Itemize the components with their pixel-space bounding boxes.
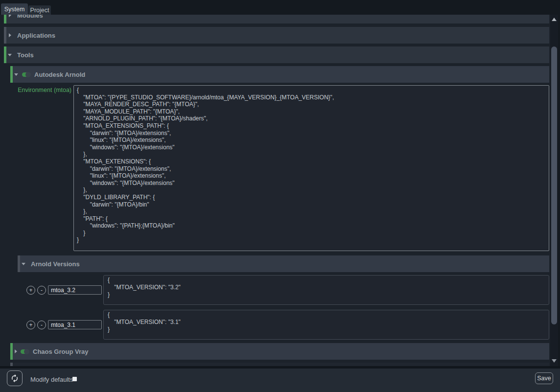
chevron-down-icon	[14, 73, 18, 76]
default-indicator-bar	[18, 255, 20, 272]
settings-window: System Project Modules Applications Tool…	[0, 0, 560, 392]
remove-version-button[interactable]: -	[37, 286, 46, 295]
default-indicator-bar	[4, 27, 6, 44]
tab-bar: System Project	[0, 0, 560, 15]
section-label: Tools	[17, 51, 34, 59]
enabled-toggle[interactable]	[21, 349, 29, 354]
modify-defaults-label: Modify defaults	[30, 376, 73, 383]
modified-indicator-bar	[4, 15, 6, 23]
section-label: Modules	[17, 15, 43, 19]
save-button[interactable]: Save	[535, 372, 553, 384]
version-name-input[interactable]	[48, 285, 102, 295]
section-header-applications[interactable]: Applications	[4, 27, 549, 44]
group-label: Arnold Versions	[31, 260, 80, 268]
refresh-icon	[10, 374, 19, 383]
modified-indicator-bar	[4, 46, 6, 63]
scroll-up-arrow-icon[interactable]	[552, 18, 557, 21]
modified-indicator-bar	[10, 66, 13, 83]
version-json-editor[interactable]: { "MTOA_VERSION": "3.2" }	[103, 275, 549, 305]
section-header-tools[interactable]: Tools	[4, 46, 549, 63]
section-header-modules[interactable]: Modules	[4, 15, 549, 23]
modify-defaults-checkbox[interactable]	[72, 377, 77, 381]
chevron-right-icon	[9, 15, 11, 17]
version-name-input[interactable]	[48, 320, 102, 329]
chevron-down-icon	[22, 263, 25, 265]
group-header-autodesk-arnold[interactable]: Autodesk Arnold	[10, 66, 549, 83]
toggle-knob	[25, 72, 31, 77]
environment-mtoa-label: Environment (mtoa)	[4, 87, 71, 93]
group-label: Autodesk Arnold	[34, 71, 85, 78]
chevron-down-icon	[8, 54, 12, 56]
version-json-editor[interactable]: { "MTOA_VERSION": "3.1" }	[103, 310, 549, 340]
group-header-chaos-group-vray[interactable]: Chaos Group Vray	[10, 343, 549, 360]
tab-system[interactable]: System	[1, 3, 28, 15]
refresh-button[interactable]	[7, 370, 23, 386]
remove-version-button[interactable]: -	[37, 321, 46, 329]
group-header-arnold-versions[interactable]: Arnold Versions	[18, 255, 549, 272]
default-indicator-bar	[10, 363, 13, 366]
environment-mtoa-json-editor[interactable]: { "MTOA": "{PYPE_STUDIO_SOFTWARE}/arnold…	[73, 85, 549, 251]
scroll-down-arrow-icon[interactable]	[552, 359, 557, 363]
section-label: Applications	[17, 32, 55, 39]
toggle-knob	[24, 349, 29, 354]
tab-project[interactable]: Project	[28, 5, 51, 15]
chevron-right-icon	[15, 349, 17, 353]
footer-bar: Modify defaults Save	[0, 369, 560, 392]
vertical-scrollbar[interactable]	[550, 15, 558, 366]
modified-indicator-bar	[10, 343, 13, 360]
scrollbar-thumb[interactable]	[551, 46, 557, 324]
clipped-next-row	[10, 363, 549, 366]
group-label: Chaos Group Vray	[33, 348, 88, 355]
settings-scroll-area: Modules Applications Tools Autodesk Arno…	[0, 15, 550, 366]
enabled-toggle[interactable]	[22, 72, 30, 77]
add-version-button[interactable]: +	[26, 286, 35, 295]
chevron-right-icon	[9, 33, 11, 37]
add-version-button[interactable]: +	[26, 321, 35, 329]
